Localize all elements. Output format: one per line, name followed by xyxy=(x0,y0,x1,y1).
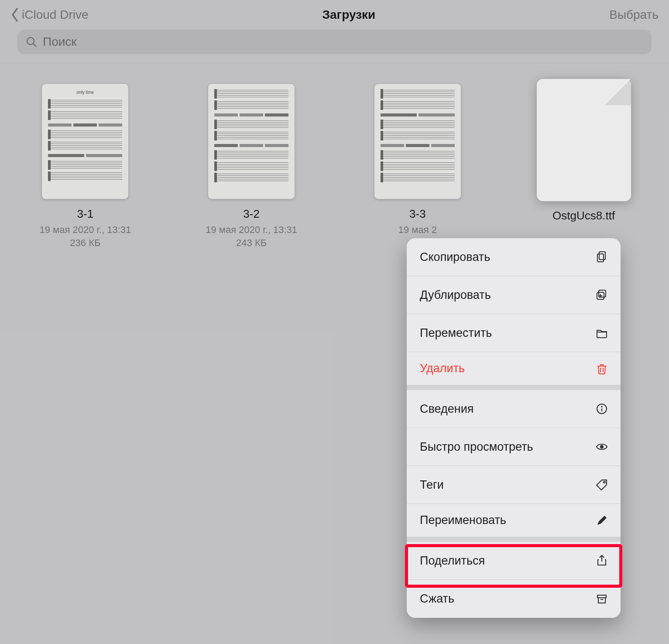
navigation-bar: iCloud Drive Загрузки Выбрать xyxy=(0,0,669,30)
share-icon xyxy=(595,554,608,567)
back-label: iCloud Drive xyxy=(22,8,89,22)
menu-share[interactable]: Поделиться xyxy=(407,542,621,580)
copy-icon xyxy=(595,250,608,264)
svg-point-0 xyxy=(27,38,34,45)
menu-move[interactable]: Переместить xyxy=(407,314,621,352)
svg-point-14 xyxy=(600,445,604,449)
menu-duplicate[interactable]: Дублировать xyxy=(407,276,621,314)
svg-rect-17 xyxy=(598,598,605,603)
file-name: 3-1 xyxy=(77,207,94,221)
file-item[interactable]: only time 3-1 19 мая 2020 г., 13:31236 К… xyxy=(31,83,140,249)
search-icon xyxy=(25,36,38,48)
search-placeholder: Поиск xyxy=(43,35,77,49)
svg-rect-3 xyxy=(597,254,604,262)
tag-icon xyxy=(595,478,608,491)
archive-icon xyxy=(595,593,608,606)
file-item[interactable]: 3-3 19 мая 2 xyxy=(363,83,473,236)
menu-tags[interactable]: Теги xyxy=(407,466,621,504)
trash-icon xyxy=(595,362,608,375)
menu-copy[interactable]: Скопировать xyxy=(407,238,621,276)
duplicate-icon xyxy=(595,288,608,301)
context-menu: Скопировать Дублировать Переместить Удал… xyxy=(407,238,621,618)
menu-info[interactable]: Сведения xyxy=(407,390,621,428)
file-name: 3-3 xyxy=(409,207,426,221)
file-thumbnail xyxy=(374,83,461,199)
search-bar-container: Поиск xyxy=(0,30,669,63)
search-input[interactable]: Поиск xyxy=(17,30,652,54)
page-title: Загрузки xyxy=(322,8,375,22)
file-meta: 19 мая 2020 г., 13:31236 КБ xyxy=(39,223,131,249)
info-icon xyxy=(595,402,608,415)
menu-delete[interactable]: Удалить xyxy=(407,352,621,390)
file-item-selected[interactable]: OstgUcs8.ttf xyxy=(529,83,638,223)
eye-icon xyxy=(595,440,608,453)
file-meta: 19 мая 2020 г., 13:31243 КБ xyxy=(206,223,297,249)
file-thumbnail xyxy=(208,83,295,199)
pencil-icon xyxy=(595,514,608,527)
menu-compress[interactable]: Сжать xyxy=(407,580,621,618)
menu-quicklook[interactable]: Быстро просмотреть xyxy=(407,428,621,466)
svg-point-13 xyxy=(601,406,602,407)
svg-line-1 xyxy=(33,44,36,47)
folder-icon xyxy=(595,326,608,339)
svg-rect-2 xyxy=(599,252,605,260)
file-name: OstgUcs8.ttf xyxy=(552,209,615,223)
chevron-left-icon xyxy=(10,7,19,23)
file-thumbnail: only time xyxy=(41,83,129,199)
file-item[interactable]: 3-2 19 мая 2020 г., 13:31243 КБ xyxy=(197,83,306,249)
page-fold-icon xyxy=(605,79,631,105)
back-button[interactable]: iCloud Drive xyxy=(10,7,89,23)
file-thumbnail xyxy=(537,79,631,201)
file-meta: 19 мая 2 xyxy=(398,223,437,236)
select-button[interactable]: Выбрать xyxy=(609,8,659,22)
file-name: 3-2 xyxy=(243,207,260,221)
svg-point-15 xyxy=(604,481,605,483)
menu-rename[interactable]: Переименовать xyxy=(407,504,621,542)
